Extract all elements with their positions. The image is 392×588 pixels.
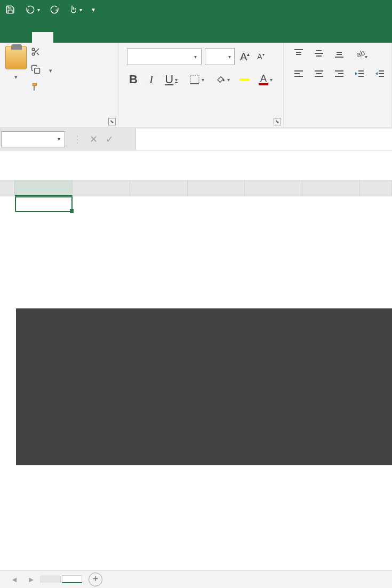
copy-dropdown-icon[interactable]: ▾ — [49, 67, 52, 74]
spreadsheet-grid — [0, 180, 392, 196]
svg-rect-6 — [190, 75, 199, 84]
tab-data[interactable] — [139, 32, 160, 43]
chevron-down-icon: ▾ — [228, 54, 231, 60]
paste-icon — [5, 46, 27, 69]
formula-bar: ▾ ⋮ ✕ ✓ — [0, 128, 392, 150]
tab-file[interactable] — [11, 32, 32, 43]
fill-color-button[interactable]: ▾ — [214, 74, 232, 85]
paintbrush-icon — [31, 82, 41, 94]
svg-text:ab: ab — [355, 48, 365, 59]
title-overlay — [16, 308, 392, 465]
borders-button[interactable]: ▾ — [187, 73, 206, 86]
align-right-icon[interactable] — [334, 69, 345, 82]
name-box[interactable]: ▾ — [1, 131, 65, 147]
align-center-icon[interactable] — [314, 69, 324, 82]
column-header-g[interactable] — [360, 180, 392, 196]
chevron-down-icon: ▾ — [194, 54, 197, 60]
clipboard-launcher-icon[interactable]: ⬊ — [108, 118, 116, 125]
svg-line-3 — [37, 53, 39, 55]
sheet-tab-bar: ◄ ► + — [0, 570, 392, 588]
sheet-tab-1[interactable] — [41, 576, 61, 583]
undo-icon[interactable]: ▾ — [25, 5, 40, 14]
increase-font-icon[interactable]: A▴ — [238, 51, 252, 63]
spacer — [0, 150, 392, 180]
expand-formula-icon[interactable]: ⋮ — [69, 133, 85, 145]
sheet-tab-2[interactable] — [62, 575, 82, 583]
column-header-e[interactable] — [245, 180, 302, 196]
tab-page-layout[interactable] — [96, 32, 117, 43]
align-bottom-icon[interactable] — [334, 48, 345, 61]
increase-indent-icon[interactable] — [374, 69, 385, 82]
save-icon[interactable] — [5, 5, 15, 14]
svg-marker-30 — [355, 72, 357, 75]
column-header-c[interactable] — [130, 180, 188, 196]
font-size-dropdown[interactable]: ▾ — [205, 48, 235, 65]
svg-rect-5 — [35, 68, 40, 74]
scissors-icon — [31, 47, 41, 59]
redo-icon[interactable] — [50, 5, 59, 14]
cut-button[interactable] — [31, 47, 52, 59]
decrease-font-icon[interactable]: A▾ — [255, 52, 266, 61]
column-header-b[interactable] — [73, 180, 130, 196]
svg-line-4 — [34, 50, 36, 52]
fill-color-swatch — [239, 78, 249, 81]
column-header-d[interactable] — [188, 180, 245, 196]
tab-formulas[interactable] — [117, 32, 139, 43]
ribbon-tabs — [0, 19, 392, 43]
italic-button[interactable]: I — [147, 71, 155, 88]
svg-point-0 — [32, 48, 35, 51]
align-top-icon[interactable] — [293, 48, 304, 61]
align-middle-icon[interactable] — [314, 48, 324, 61]
group-font: ▾ ▾ A▴ A▾ B I U ▾ ▾ ▾ — [118, 43, 284, 128]
touch-mode-icon[interactable]: ▾ — [69, 5, 82, 14]
qat-customize-icon[interactable]: ▾ — [92, 6, 95, 13]
group-alignment: ab▾ — [284, 43, 392, 128]
svg-point-1 — [32, 53, 35, 55]
orientation-icon[interactable]: ab▾ — [354, 48, 367, 61]
font-color-button[interactable]: A ▾ — [257, 73, 275, 86]
copy-icon — [31, 65, 41, 77]
paste-button[interactable]: ▾ — [5, 46, 27, 94]
enter-icon[interactable]: ✓ — [101, 133, 117, 145]
select-all-corner[interactable] — [0, 180, 15, 196]
add-sheet-button[interactable]: + — [89, 573, 102, 586]
tab-review[interactable] — [160, 32, 181, 43]
formula-input[interactable] — [135, 129, 392, 150]
font-color-swatch — [259, 83, 268, 85]
column-header-f[interactable] — [302, 180, 360, 196]
active-cell-indicator — [15, 196, 73, 212]
column-header-a[interactable] — [15, 180, 73, 196]
quick-access-toolbar: ▾ ▾ ▾ — [0, 0, 392, 19]
underline-button[interactable]: U ▾ — [163, 71, 180, 88]
bold-button[interactable]: B — [127, 71, 140, 88]
font-name-dropdown[interactable]: ▾ — [127, 48, 202, 65]
tab-insert[interactable] — [53, 32, 75, 43]
svg-marker-34 — [375, 72, 378, 75]
align-left-icon[interactable] — [293, 69, 304, 82]
sheet-nav-next-icon[interactable]: ► — [23, 575, 39, 584]
cancel-icon[interactable]: ✕ — [85, 133, 101, 145]
sheet-nav-prev-icon[interactable]: ◄ — [6, 575, 22, 584]
tab-home[interactable] — [32, 32, 53, 43]
decrease-indent-icon[interactable] — [354, 69, 365, 82]
ribbon: ▾ ▾ — [0, 43, 392, 128]
font-launcher-icon[interactable]: ⬊ — [274, 118, 281, 125]
chevron-down-icon: ▾ — [58, 136, 60, 142]
tab-draw[interactable] — [75, 32, 96, 43]
copy-button[interactable]: ▾ — [31, 65, 52, 77]
format-painter-button[interactable] — [31, 82, 52, 94]
column-headers — [0, 180, 392, 196]
group-clipboard: ▾ ▾ — [0, 43, 118, 128]
paste-dropdown-icon[interactable]: ▾ — [14, 74, 18, 81]
